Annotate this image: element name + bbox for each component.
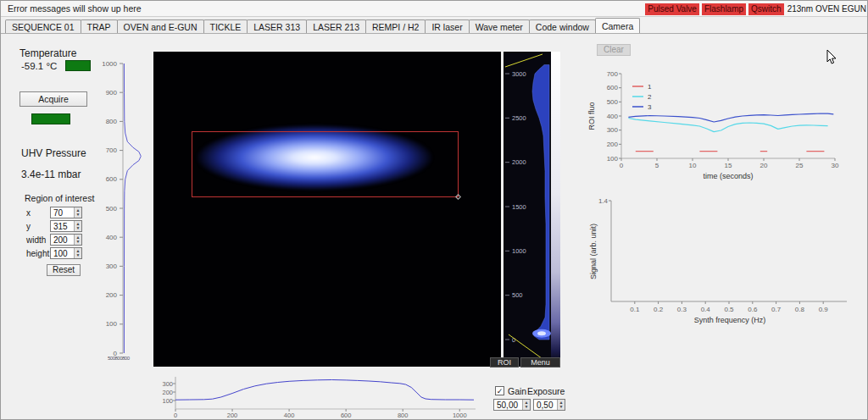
- tab-ir-laser[interactable]: IR laser: [425, 19, 469, 33]
- roi-field-row: x70▲▼: [26, 207, 82, 218]
- profile-axis-clutter: 500800800: [108, 356, 130, 361]
- roi-field-value: 315: [51, 221, 74, 231]
- svg-text:100: 100: [162, 397, 173, 405]
- camera-image[interactable]: [153, 52, 501, 367]
- spinner-arrows-icon[interactable]: ▲▼: [74, 235, 81, 245]
- svg-text:700: 700: [106, 146, 118, 154]
- svg-text:100: 100: [607, 155, 619, 163]
- tab-laser-213[interactable]: LASER 213: [306, 19, 366, 33]
- svg-text:0.2: 0.2: [654, 306, 664, 313]
- tab-camera[interactable]: Camera: [595, 18, 640, 33]
- spinner-arrows-icon[interactable]: ▲▼: [74, 221, 81, 231]
- svg-text:0.1: 0.1: [630, 306, 640, 313]
- svg-text:700: 700: [607, 70, 619, 78]
- status-area: Pulsed ValveFlashlampQswitch 213nm OVEN …: [645, 3, 866, 15]
- svg-text:10: 10: [689, 162, 697, 169]
- svg-text:400: 400: [607, 113, 619, 120]
- tab-tickle[interactable]: TICKLE: [203, 19, 248, 33]
- status-badge: Flashlamp: [702, 3, 746, 15]
- svg-text:0.9: 0.9: [819, 306, 829, 313]
- horizontal-profile-chart: 10020030002004006008001000: [160, 373, 482, 419]
- svg-text:500: 500: [106, 205, 118, 213]
- acquire-button[interactable]: Acquire: [19, 91, 87, 107]
- status-text: 213nm OVEN EGUN: [787, 4, 866, 14]
- svg-text:200: 200: [162, 389, 173, 396]
- spinner-arrows-icon[interactable]: ▲▼: [74, 207, 81, 218]
- spinner-arrows-icon[interactable]: ▲▼: [74, 248, 81, 258]
- exposure-input[interactable]: 0,50 ▲▼: [533, 399, 565, 411]
- svg-text:1.4: 1.4: [598, 197, 609, 205]
- svg-text:Signal (arb. unit): Signal (arb. unit): [589, 224, 598, 279]
- svg-text:0.5: 0.5: [724, 306, 734, 313]
- svg-text:0.7: 0.7: [771, 306, 782, 313]
- svg-text:1000: 1000: [453, 412, 467, 419]
- camera-control-window: Error messages will show up here Pulsed …: [0, 0, 868, 420]
- roi-rectangle[interactable]: [192, 131, 459, 197]
- tab-rempi-h2[interactable]: REMPI / H2: [365, 19, 426, 33]
- tab-wave-meter[interactable]: Wave meter: [469, 19, 530, 33]
- roi-field-input-y[interactable]: 315▲▼: [50, 220, 82, 232]
- status-badge: Qswitch: [748, 3, 784, 15]
- svg-text:1000: 1000: [512, 247, 526, 255]
- svg-text:800: 800: [106, 118, 118, 125]
- clear-button[interactable]: Clear: [597, 44, 631, 56]
- svg-text:3000: 3000: [512, 70, 526, 78]
- roi-field-row: width200▲▼: [26, 234, 82, 246]
- exposure-spinner-arrows[interactable]: ▲▼: [557, 400, 565, 410]
- error-message-text: Error messages will show up here: [8, 3, 142, 14]
- svg-text:2: 2: [648, 93, 652, 101]
- svg-text:30: 30: [832, 162, 839, 169]
- status-badge: Pulsed Valve: [645, 3, 699, 15]
- roi-field-label: height: [26, 247, 50, 259]
- roi-field-value: 100: [51, 248, 74, 258]
- roi-field-input-x[interactable]: 70▲▼: [50, 207, 82, 218]
- tab-oven-and-e-gun[interactable]: OVEN and E-GUN: [117, 19, 204, 33]
- gain-value: 50,00: [494, 400, 522, 410]
- temperature-value: -59.1 °C: [21, 61, 57, 71]
- roi-fluo-chart: 100200300400500600700051015202530time (s…: [586, 65, 850, 184]
- vertical-profile-chart: 01002003004005006007008009001000: [90, 58, 153, 360]
- roi-reset-button[interactable]: Reset: [47, 264, 81, 276]
- svg-text:300: 300: [106, 262, 118, 270]
- svg-text:400: 400: [106, 234, 118, 241]
- roi-field-input-width[interactable]: 200▲▼: [50, 234, 82, 246]
- status-badges: Pulsed ValveFlashlampQswitch: [645, 3, 783, 15]
- svg-text:2000: 2000: [512, 158, 526, 166]
- exposure-value: 0,50: [534, 400, 557, 410]
- intensity-colorbar[interactable]: 050010001500200025003000: [504, 52, 560, 367]
- svg-text:0.3: 0.3: [677, 306, 687, 313]
- svg-text:100: 100: [106, 320, 118, 328]
- svg-text:500: 500: [512, 291, 523, 299]
- svg-text:2500: 2500: [512, 114, 526, 122]
- svg-text:0: 0: [174, 412, 177, 419]
- roi-field-input-height[interactable]: 100▲▼: [50, 247, 82, 259]
- svg-text:200: 200: [227, 412, 238, 419]
- svg-text:0.6: 0.6: [748, 306, 758, 313]
- svg-text:900: 900: [106, 89, 118, 97]
- roi-button[interactable]: ROI: [490, 357, 519, 368]
- tab-sequence-01[interactable]: SEQUENCE 01: [5, 19, 81, 33]
- tab-trap[interactable]: TRAP: [81, 19, 118, 33]
- svg-text:15: 15: [725, 162, 732, 169]
- gain-spinner-arrows[interactable]: ▲▼: [522, 400, 530, 410]
- uhv-pressure-label: UHV Pressure: [21, 147, 86, 159]
- svg-text:500: 500: [607, 98, 619, 106]
- gain-checkbox[interactable]: ✓: [495, 386, 504, 395]
- svg-text:600: 600: [341, 412, 352, 419]
- roi-section-label: Region of interest: [25, 193, 94, 203]
- svg-text:25: 25: [796, 162, 804, 169]
- roi-field-row: y315▲▼: [26, 220, 82, 232]
- roi-field-label: width: [26, 234, 50, 246]
- menu-button[interactable]: Menu: [520, 357, 560, 368]
- tab-code-window[interactable]: Code window: [529, 19, 596, 33]
- svg-text:0.8: 0.8: [795, 306, 805, 313]
- error-message-bar: Error messages will show up here Pulsed …: [1, 1, 868, 17]
- exposure-label: Exposure: [527, 386, 565, 396]
- synth-frequency-chart: 1.40.10.20.30.40.50.60.70.80.9Synth freq…: [586, 194, 857, 328]
- gain-input[interactable]: 50,00 ▲▼: [493, 399, 531, 411]
- roi-resize-handle[interactable]: [455, 194, 461, 200]
- temperature-label: Temperature: [19, 47, 76, 59]
- temperature-led-indicator: [65, 60, 91, 71]
- tab-laser-313[interactable]: LASER 313: [247, 19, 307, 33]
- uhv-pressure-value: 3.4e-11 mbar: [21, 169, 81, 180]
